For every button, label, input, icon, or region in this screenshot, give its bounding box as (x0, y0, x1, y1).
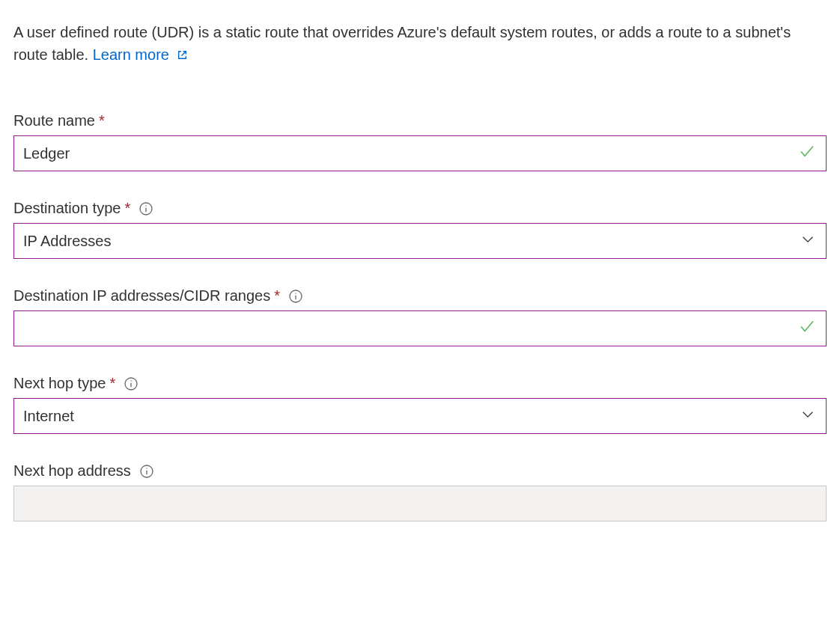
destination-type-value: IP Addresses (23, 233, 111, 250)
next-hop-type-value: Internet (23, 408, 74, 425)
next-hop-address-input (13, 486, 827, 521)
info-icon[interactable] (288, 289, 303, 304)
external-link-icon (176, 45, 189, 67)
svg-point-2 (146, 205, 147, 206)
svg-point-11 (146, 468, 147, 468)
destination-cidr-group: Destination IP addresses/CIDR ranges * (13, 287, 827, 346)
learn-more-label: Learn more (93, 46, 169, 63)
info-icon[interactable] (139, 201, 153, 216)
svg-point-5 (295, 293, 296, 293)
next-hop-type-select[interactable]: Internet (13, 398, 827, 434)
destination-type-label-row: Destination type * (13, 200, 827, 217)
route-name-input[interactable] (13, 135, 827, 171)
info-icon[interactable] (139, 464, 154, 479)
next-hop-type-group: Next hop type * Internet (13, 375, 827, 434)
destination-type-label: Destination type (13, 200, 121, 217)
required-mark: * (109, 375, 115, 392)
required-mark: * (124, 200, 130, 217)
destination-cidr-input[interactable] (13, 310, 827, 346)
next-hop-type-label: Next hop type (13, 375, 106, 392)
info-icon[interactable] (124, 376, 139, 391)
svg-point-8 (131, 380, 132, 381)
next-hop-address-label-row: Next hop address (13, 462, 827, 480)
route-name-label: Route name (13, 112, 95, 129)
next-hop-address-label: Next hop address (13, 462, 131, 480)
destination-cidr-label-row: Destination IP addresses/CIDR ranges * (13, 287, 827, 305)
next-hop-type-label-row: Next hop type * (13, 375, 827, 392)
route-name-label-row: Route name * (13, 112, 827, 129)
route-name-group: Route name * (13, 112, 827, 171)
destination-cidr-label: Destination IP addresses/CIDR ranges (13, 287, 270, 305)
required-mark: * (99, 112, 105, 129)
required-mark: * (274, 287, 280, 305)
next-hop-address-group: Next hop address (13, 462, 827, 521)
destination-type-select[interactable]: IP Addresses (13, 223, 827, 259)
description-text: A user defined route (UDR) is a static r… (13, 21, 827, 67)
destination-type-group: Destination type * IP Addresses (13, 200, 827, 259)
learn-more-link[interactable]: Learn more (93, 46, 189, 63)
